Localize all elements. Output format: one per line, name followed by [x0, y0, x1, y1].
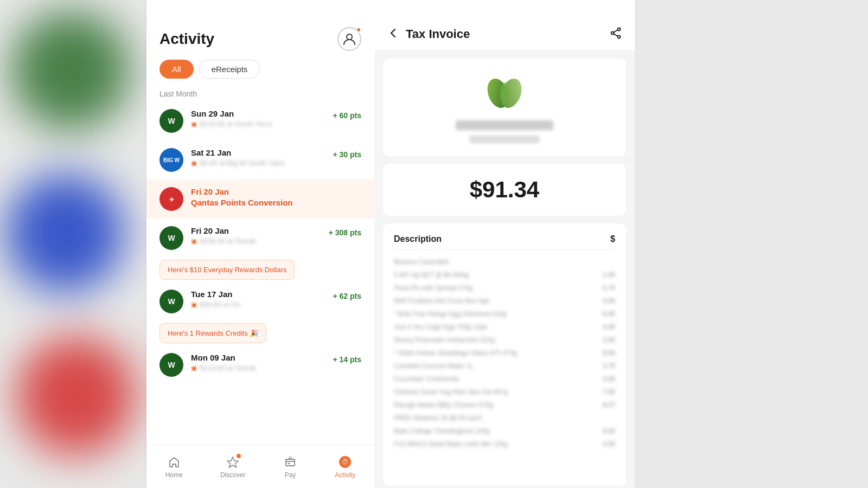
item-subtitle: ▣ $110.00 at Toorak — [191, 364, 256, 372]
nav-activity-label: Activity — [335, 471, 355, 479]
home-icon — [167, 455, 181, 469]
nav-discover-label: Discover — [220, 471, 246, 479]
woolworths-icon: W — [159, 226, 183, 250]
invoice-item-price: 5.75 — [603, 284, 615, 292]
activity-list: W Sun 29 Jan ▣ $119.00 at South Yarra + … — [146, 101, 374, 384]
invoice-item-row: * Vitale Artisan Straelleiga Vilany 475 … — [394, 346, 615, 359]
invoice-item-row: Pana Piu with Spread 270g5.75 — [394, 281, 615, 294]
list-item[interactable]: W Fri 20 Jan ▣ $208.00 at Toorak — [146, 219, 374, 282]
invoice-item-price: 3.75 — [603, 362, 615, 370]
svg-text:W: W — [168, 117, 175, 125]
item-date: Mon 09 Jan — [191, 353, 256, 362]
nav-activity[interactable]: ⏱ Activity — [335, 455, 355, 479]
nav-home[interactable]: Home — [165, 455, 183, 479]
svg-marker-11 — [227, 457, 238, 467]
invoice-panel: Tax Invoice — [374, 0, 635, 488]
svg-text:W: W — [168, 234, 175, 242]
invoice-header: Tax Invoice — [374, 0, 635, 50]
activity-panel: Activity All eReceipts Last Month — [146, 0, 374, 488]
item-row: Fri 20 Jan ▣ $208.00 at Toorak + 308 pts — [191, 226, 361, 245]
invoice-item-name: 0.407 kg NET @ $4.99/kg — [394, 271, 598, 279]
store-address — [469, 136, 540, 143]
nav-pay[interactable]: Pay — [283, 455, 297, 479]
item-subtitle: ▣ $208.00 at Toorak — [191, 237, 256, 245]
filter-tabs: All eReceipts — [146, 60, 374, 85]
invoice-item-price: 3.00 — [603, 336, 615, 344]
item-date: Fri 20 Jan — [191, 226, 256, 235]
filter-all[interactable]: All — [159, 60, 194, 79]
woolworths-icon: W — [159, 290, 183, 313]
item-date: Tue 17 Jan — [191, 290, 240, 299]
woolworths-logo — [483, 72, 526, 115]
invoice-items-list: Banana Cavendish0.407 kg NET @ $4.99/kg1… — [394, 255, 615, 451]
invoice-item-name: Chobani Greek Yog Plain Non Fat 907g — [394, 388, 598, 396]
item-points: + 14 pts — [333, 355, 361, 372]
invoice-item-price: 7.00 — [603, 388, 615, 396]
invoice-item-row: Chobani Greek Yog Plain Non Fat 907g7.00 — [394, 386, 615, 399]
item-info: Sun 29 Jan ▣ $119.00 at South Yarra — [191, 109, 272, 128]
item-points: + 62 pts — [333, 292, 361, 309]
invoice-item-name: Banana Cavendish — [394, 258, 611, 266]
invoice-item-row: Cucumber Continental3.00 — [394, 373, 615, 386]
item-content: Sat 21 Jan ▣ $6.40 at Big W South Yarra … — [191, 148, 361, 167]
item-subtitle: ▣ $30.00 at Go — [191, 300, 240, 309]
item-row: Sat 21 Jan ▣ $6.40 at Big W South Yarra … — [191, 148, 361, 167]
item-subtitle: ▣ $119.00 at South Yarra — [191, 120, 272, 128]
invoice-item-row: FREE Waterloo 20 $0.00 each — [394, 412, 615, 425]
invoice-item-name: * Vitale Artisan Straelleiga Vilany 475 … — [394, 349, 598, 357]
invoice-item-price: 4.00 — [603, 297, 615, 305]
invoice-item-price: 3.00 — [603, 375, 615, 383]
invoice-item-name: Slicery Peacream Antharctics 510g — [394, 336, 598, 344]
list-item-qantas[interactable]: ✈ Fri 20 Jan Qantas Points Conversion — [146, 179, 374, 219]
invoice-item-row: WW Fruitlees Hot Cross Bun 6pk4.00 — [394, 294, 615, 307]
list-item[interactable]: W Tue 17 Jan ▣ $30.00 at Go — [146, 282, 374, 345]
invoice-item-row: Slicery Peacream Antharctics 510g3.00 — [394, 333, 615, 346]
item-date: Sat 21 Jan — [191, 148, 285, 157]
list-item[interactable]: W Sun 29 Jan ▣ $119.00 at South Yarra + … — [146, 101, 374, 140]
store-name — [456, 120, 553, 130]
svg-point-19 — [500, 82, 509, 104]
invoice-item-name: Cucumber Continental — [394, 375, 598, 383]
profile-button[interactable] — [337, 27, 361, 51]
invoice-item-row: Just 4 You Cage Egg 700g 12pk4.00 — [394, 320, 615, 333]
share-button[interactable] — [610, 27, 622, 41]
back-button[interactable] — [387, 27, 399, 41]
invoice-item-row: Balls Cottage Theollingtrust 100g9.00 — [394, 425, 615, 438]
nav-discover[interactable]: Discover — [220, 455, 246, 479]
notification-dot — [356, 27, 361, 33]
item-subtitle: ▣ $6.40 at Big W South Yarra — [191, 159, 285, 167]
list-item[interactable]: BIG W Sat 21 Jan ▣ $6.40 at Big W South … — [146, 140, 374, 179]
invoice-item-name: WW Fruitlees Hot Cross Bun 6pk — [394, 297, 598, 305]
item-content: Sun 29 Jan ▣ $119.00 at South Yarra + 60… — [191, 109, 361, 128]
item-points: + 30 pts — [333, 150, 361, 167]
invoice-item-name: FREE Waterloo 20 $0.00 each — [394, 414, 611, 422]
app-container: Activity All eReceipts Last Month — [146, 0, 662, 488]
invoice-item-row: Condella Coconut Water 1L3.75 — [394, 359, 615, 373]
desc-header-label: Description — [394, 234, 442, 244]
activity-icon: ⏱ — [338, 455, 352, 469]
invoice-item-price: 3.00 — [603, 440, 615, 448]
activity-header: Activity — [146, 0, 374, 60]
invoice-title: Tax Invoice — [406, 27, 470, 41]
desc-header: Description $ — [394, 234, 615, 250]
invoice-body: $91.34 Description $ Banana Cavendish0.4… — [374, 50, 635, 488]
invoice-item-price: 4.00 — [603, 323, 615, 331]
svg-point-0 — [347, 34, 352, 40]
invoice-item-row: 0.407 kg NET @ $4.99/kg1.00 — [394, 268, 615, 281]
rewards-notification: Here's $10 Everyday Rewards Dollars — [159, 260, 295, 280]
filter-ereceipts[interactable]: eReceipts — [199, 60, 260, 79]
invoice-item-name: F10 WW13 Salad Baby Leafs Mix 120g — [394, 440, 598, 448]
invoice-item-name: Pitough Meato BBQ Chicken 570g — [394, 401, 598, 409]
item-date: Sun 29 Jan — [191, 109, 272, 118]
invoice-item-price: 8.07 — [603, 401, 615, 409]
bg-circle-red — [16, 336, 136, 455]
svg-point-16 — [618, 36, 621, 38]
list-item[interactable]: W Mon 09 Jan ▣ $110.00 at Toorak + 14 pt… — [146, 345, 374, 384]
invoice-item-name: Pana Piu with Spread 270g — [394, 284, 598, 292]
item-points: + 60 pts — [333, 111, 361, 128]
item-row-top: W Tue 17 Jan ▣ $30.00 at Go — [159, 290, 361, 313]
svg-point-14 — [618, 28, 621, 31]
discover-icon — [226, 455, 240, 469]
item-points: + 308 pts — [329, 228, 361, 245]
invoice-item-name: Condella Coconut Water 1L — [394, 362, 598, 370]
